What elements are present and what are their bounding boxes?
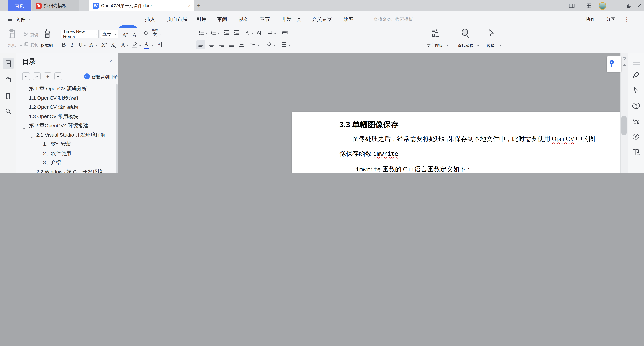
chevron-down-icon[interactable] — [22, 124, 26, 127]
paste-label[interactable]: 粘贴 — [5, 43, 20, 49]
strikethrough-caret-icon[interactable] — [96, 45, 98, 46]
command-search-input[interactable]: 查找命令、搜索模板 — [374, 16, 413, 22]
position-pin-popup[interactable] — [607, 56, 622, 72]
hamburger-menu-icon[interactable] — [8, 17, 13, 22]
change-case-button[interactable]: A — [121, 42, 125, 48]
underline-caret-icon[interactable] — [84, 45, 86, 46]
help-button[interactable] — [632, 102, 640, 109]
new-tab-button[interactable]: + — [197, 2, 200, 9]
cut-button[interactable] — [24, 31, 29, 37]
search-tool-button[interactable] — [5, 108, 12, 114]
docer-mall-button[interactable] — [632, 117, 640, 125]
tab-home[interactable]: 首页 — [8, 0, 31, 11]
pointer-tool-button[interactable] — [632, 87, 640, 95]
align-center-button[interactable] — [208, 42, 214, 48]
align-left-button[interactable] — [198, 42, 204, 48]
pinyin-caret-icon[interactable] — [160, 33, 162, 35]
reference-book-button[interactable] — [632, 148, 640, 156]
shading-caret-icon[interactable] — [274, 45, 276, 46]
share-button[interactable]: 分享 — [606, 16, 616, 22]
copy-button[interactable] — [24, 42, 29, 47]
shrink-font-button[interactable]: A- — [132, 30, 138, 38]
highlight-caret-icon[interactable] — [139, 45, 141, 46]
toc-zoom-in-button[interactable]: + — [44, 72, 52, 80]
font-name-select[interactable]: Times New Roma — [61, 29, 99, 38]
character-border-button[interactable]: A — [156, 42, 162, 47]
toc-item[interactable]: 2、软件使用 — [21, 148, 116, 158]
subscript-button[interactable]: X₂ — [111, 42, 116, 48]
distribute-button[interactable] — [238, 42, 244, 48]
toc-item[interactable]: 1.3 OpenCV 常用模块 — [21, 112, 116, 121]
paste-button[interactable] — [8, 29, 16, 39]
format-painter-label[interactable]: 格式刷 — [36, 43, 57, 49]
toc-tool-button[interactable] — [5, 60, 12, 67]
line-spacing-button[interactable] — [250, 42, 256, 48]
toc-item[interactable]: 1、软件安装 — [21, 139, 116, 148]
layout-switch-button[interactable]: 1 — [566, 0, 578, 11]
toc-zoom-out-button[interactable]: − — [54, 72, 62, 80]
tab-section[interactable]: 章节 — [260, 16, 270, 23]
grow-font-button[interactable]: A+ — [122, 30, 128, 38]
app-grid-button[interactable] — [583, 0, 594, 11]
paragraph-caret-icon[interactable] — [274, 33, 276, 34]
quick-tools-button[interactable] — [632, 133, 640, 141]
toc-item[interactable]: 2.2 Windows 端 C++开发环境... — [21, 167, 116, 173]
align-right-button[interactable] — [218, 42, 224, 48]
user-avatar[interactable] — [597, 0, 608, 11]
toc-expand-all-button[interactable] — [22, 72, 30, 80]
toc-item[interactable]: 1.2 OpenCV 源码结构 — [21, 102, 116, 112]
font-size-select[interactable]: 五号 — [100, 29, 118, 38]
restore-button[interactable] — [624, 0, 635, 11]
bold-button[interactable]: B — [62, 42, 66, 48]
toc-item[interactable]: 1.1 OpenCV 初步介绍 — [21, 93, 116, 102]
document-canvas[interactable]: 3.3 单幅图像保存 图像处理之后，经常需要将处理结果保存到本地文件中，此时需要… — [118, 53, 620, 173]
text-direction-caret-icon[interactable] — [251, 33, 253, 34]
collaborate-button[interactable]: 协作 — [586, 16, 595, 22]
toc-item[interactable]: 第 2 章OpenCV4 环境搭建 — [21, 121, 116, 130]
clear-format-button[interactable] — [142, 30, 149, 37]
workspace-tool-button[interactable] — [5, 76, 12, 83]
document-scrollbar-thumb[interactable] — [622, 116, 626, 135]
italic-button[interactable]: I — [71, 42, 73, 48]
toc-item[interactable]: 第 1 章 OpenCV 源码分析 — [21, 84, 116, 93]
tab-references[interactable]: 引用 — [196, 16, 206, 23]
tab-template-store[interactable]: 找稻壳模板 — [32, 0, 78, 11]
file-menu[interactable]: 文件 — [16, 16, 26, 23]
underline-button[interactable]: U — [78, 42, 82, 48]
tab-page-layout[interactable]: 页面布局 — [167, 16, 187, 23]
shading-button[interactable] — [266, 42, 272, 48]
bookmark-tool-button[interactable] — [5, 93, 11, 100]
scroll-up-arrow-icon[interactable] — [623, 64, 626, 66]
bullet-caret-icon[interactable] — [206, 33, 208, 34]
toc-item[interactable]: 2.1 Visual Studio 开发环境详解 — [21, 130, 116, 139]
rail-handle-icon[interactable] — [632, 62, 640, 63]
minimize-button[interactable] — [613, 0, 624, 11]
tab-document[interactable]: W OpenCV4第一期课件.docx × — [89, 0, 194, 11]
line-spacing-caret-icon[interactable] — [257, 45, 259, 46]
find-replace-caret-icon[interactable] — [477, 45, 479, 46]
tab-view[interactable]: 视图 — [238, 16, 248, 23]
borders-caret-icon[interactable] — [288, 45, 290, 46]
tab-member[interactable]: 会员专享 — [312, 16, 332, 23]
font-color-button[interactable]: A — [144, 41, 150, 49]
highlight-button[interactable] — [132, 42, 138, 48]
text-layout-caret-icon[interactable] — [447, 45, 449, 46]
close-window-button[interactable] — [634, 0, 644, 11]
select-tool-button[interactable] — [487, 28, 495, 39]
bullet-list-button[interactable] — [198, 29, 204, 36]
decrease-indent-button[interactable] — [223, 29, 230, 36]
superscript-button[interactable]: X² — [102, 42, 107, 48]
ruler-toggle-icon[interactable] — [622, 56, 626, 62]
text-layout-button[interactable] — [431, 28, 440, 39]
toc-collapse-all-button[interactable] — [33, 72, 41, 80]
toc-close-icon[interactable]: × — [110, 58, 113, 64]
cut-label[interactable]: 剪切 — [30, 32, 38, 38]
justify-button[interactable] — [228, 42, 234, 48]
text-direction-button[interactable] — [244, 29, 250, 36]
numbered-caret-icon[interactable] — [218, 33, 220, 34]
case-caret-icon[interactable] — [126, 45, 128, 46]
document-scrollbar[interactable] — [620, 53, 628, 173]
sort-button[interactable] — [256, 29, 262, 36]
font-color-caret-icon[interactable] — [151, 45, 153, 46]
borders-button[interactable] — [281, 42, 287, 48]
